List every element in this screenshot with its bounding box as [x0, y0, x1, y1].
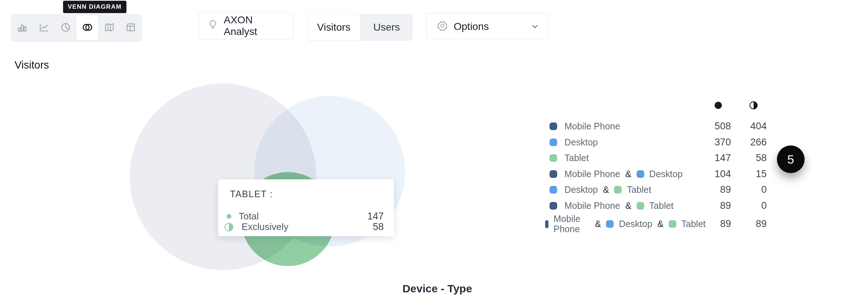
venn-tooltip-total-row: Total 147 — [224, 211, 384, 222]
ampersand: & — [625, 200, 632, 211]
ampersand: & — [657, 219, 664, 229]
venn-tooltip-title: TABLET : — [224, 189, 384, 199]
venn-hover-tooltip: TABLET : Total 147 Exclusively 58 — [218, 179, 394, 236]
value-total: 89 — [705, 184, 731, 195]
venn-tooltip-exclusive-value: 58 — [373, 221, 384, 233]
swatch-desktop — [550, 139, 557, 146]
ampersand: & — [595, 219, 601, 229]
legend-row-mobile-desktop[interactable]: Mobile Phone & Desktop 104 15 — [550, 166, 767, 182]
line-chart-icon — [39, 22, 50, 34]
swatch-tablet — [669, 220, 676, 228]
swatch-desktop — [550, 186, 557, 194]
axis-label: Device - Type — [292, 282, 583, 295]
swatch-mobile — [550, 170, 557, 178]
options-button[interactable]: Options — [426, 13, 548, 40]
chart-type-pie-chart[interactable] — [55, 15, 77, 40]
pie-chart-icon — [60, 22, 71, 34]
bar-chart-icon — [17, 22, 28, 34]
swatch-mobile — [550, 202, 557, 210]
legend-row-desktop[interactable]: Desktop 370 266 — [550, 135, 767, 151]
chevron-down-icon — [532, 25, 538, 28]
legend-row-mobile-desktop-tablet[interactable]: Mobile Phone & Desktop & Tablet 89 89 — [550, 214, 767, 234]
metric-toggle: Visitors Users — [307, 14, 413, 41]
chart-type-tooltip: VENN DIAGRAM — [63, 1, 126, 13]
gear-icon — [437, 20, 448, 34]
map-icon — [104, 22, 115, 34]
chart-type-venn-diagram[interactable] — [77, 15, 98, 40]
chart-type-table[interactable] — [120, 15, 142, 40]
swatch-tablet — [614, 186, 622, 194]
exclusively-half-circle-icon — [224, 223, 233, 231]
swatch-desktop — [637, 170, 644, 178]
swatch-tablet — [637, 202, 644, 210]
legend-exclusive-half-circle-icon — [750, 101, 758, 109]
legend-row-tablet[interactable]: Tablet 147 58 — [550, 150, 767, 166]
total-filled-circle-icon — [227, 214, 231, 219]
axon-analyst-label: AXON Analyst — [224, 14, 284, 38]
legend-total-filled-circle-icon — [715, 102, 722, 109]
value-exclusive: 0 — [731, 200, 767, 211]
venn-diagram-icon — [82, 22, 93, 34]
ampersand: & — [625, 169, 632, 179]
value-total: 89 — [706, 218, 731, 230]
legend-row-mobile-tablet[interactable]: Mobile Phone & Tablet 89 0 — [550, 198, 767, 214]
swatch-mobile — [550, 122, 557, 130]
value-exclusive: 0 — [731, 184, 767, 195]
ampersand: & — [603, 184, 609, 195]
chart-type-map[interactable] — [98, 15, 120, 40]
swatch-desktop — [606, 220, 614, 228]
value-total: 104 — [705, 168, 731, 180]
venn-tooltip-exclusive-row: Exclusively 58 — [224, 222, 384, 232]
legend-row-desktop-tablet[interactable]: Desktop & Tablet 89 0 — [550, 182, 767, 198]
value-exclusive: 404 — [731, 121, 767, 132]
swatch-mobile — [545, 220, 548, 228]
table-icon — [125, 22, 136, 34]
chart-type-bar-chart[interactable] — [11, 15, 33, 40]
value-exclusive: 15 — [731, 168, 767, 180]
lightbulb-icon — [208, 19, 218, 33]
chart-type-toolbar — [11, 14, 142, 42]
venn-tooltip-exclusive-label: Exclusively — [242, 221, 289, 233]
legend: Mobile Phone 508 404 Desktop 370 266 Tab… — [550, 118, 767, 234]
tab-visitors-label: Visitors — [317, 22, 350, 33]
value-total: 370 — [705, 137, 731, 148]
chart-type-line-chart[interactable] — [33, 15, 55, 40]
value-exclusive: 266 — [731, 137, 767, 148]
options-label: Options — [454, 21, 489, 32]
value-exclusive: 58 — [731, 152, 767, 164]
value-exclusive: 89 — [731, 218, 767, 230]
venn-analytics-app: VENN DIAGRAM — [0, 0, 868, 304]
tab-visitors[interactable]: Visitors — [308, 14, 360, 40]
value-total: 89 — [705, 200, 731, 211]
value-total: 508 — [705, 121, 731, 132]
venn-tooltip-total-value: 147 — [367, 211, 384, 222]
axon-analyst-button[interactable]: AXON Analyst — [199, 12, 293, 39]
value-total: 147 — [705, 152, 731, 164]
chart-type-tooltip-label: VENN DIAGRAM — [68, 3, 122, 11]
count-badge[interactable]: 5 — [777, 145, 805, 173]
tab-users[interactable]: Users — [360, 14, 413, 41]
page-title: Visitors — [15, 59, 49, 71]
tab-users-label: Users — [373, 22, 400, 33]
count-badge-value: 5 — [787, 152, 794, 167]
legend-row-mobile-phone[interactable]: Mobile Phone 508 404 — [550, 118, 767, 135]
venn-tooltip-total-label: Total — [239, 211, 259, 222]
swatch-tablet — [550, 154, 557, 162]
